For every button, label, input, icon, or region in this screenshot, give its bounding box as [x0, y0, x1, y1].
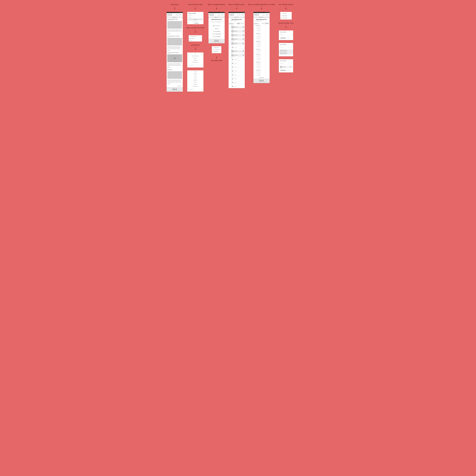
twitter-icon[interactable]: 𝕏 — [262, 80, 264, 81]
ingredient-row[interactable]: Ingredient — [256, 73, 269, 75]
checkbox[interactable] — [257, 75, 258, 76]
recipe-card[interactable]: Recipe Name# servings25min — [231, 50, 244, 52]
menu-item[interactable]: Your Menu: Snowy Days — [209, 35, 224, 38]
logo[interactable]: LOGO — [167, 14, 172, 16]
ingredient-row[interactable]: Ingredient — [256, 58, 269, 59]
checkbox[interactable] — [257, 29, 258, 30]
menu-bar[interactable]: MENU — [254, 17, 270, 18]
replace-recipe[interactable]: ✎Replace Recipe — [281, 15, 291, 17]
calendar-tab[interactable]: Calendar — [237, 23, 240, 24]
image-placeholder[interactable] — [167, 21, 182, 29]
menu-name-edit[interactable]: Busy Week ✎ — [254, 23, 259, 24]
read-more-link[interactable]: Read More... — [167, 67, 182, 68]
logo[interactable]: LOGO — [229, 14, 234, 16]
ingredient-row[interactable]: Ingredient — [256, 55, 269, 56]
twitter-icon[interactable]: 𝕏 — [176, 89, 177, 90]
nav-item[interactable]: Plant-Focused Lifestyle — [188, 55, 203, 57]
facebook-icon[interactable]: f — [259, 80, 261, 81]
menu-bar[interactable]: MENU — [208, 17, 225, 18]
checkbox[interactable] — [257, 55, 258, 56]
ingredient-row[interactable]: Ingredient — [256, 28, 269, 29]
menu-bar[interactable]: MENU — [167, 17, 183, 18]
meal-plans-icon[interactable]: MEAL PLANS — [217, 14, 220, 16]
checkbox[interactable] — [257, 65, 258, 65]
ingredient-row[interactable]: Ingredient — [256, 66, 269, 67]
add-to-menu-button[interactable]: Add to Menu — [280, 37, 286, 39]
sign-out-link[interactable]: Sign out — [189, 39, 202, 41]
nav-sub-item[interactable]: Breakfasts — [188, 73, 203, 75]
forgot-password-link[interactable]: Forgot your password? — [188, 21, 203, 21]
video-placeholder[interactable] — [167, 54, 182, 62]
remove-icon[interactable]: 🗑 — [291, 66, 292, 68]
selected-recipe[interactable]: Recipe Name# servings 25min 🗑 — [280, 66, 292, 68]
article-title[interactable]: Cooking 101: Basic Knife Skills — [167, 52, 182, 53]
ingredient-row[interactable]: Ingredient — [256, 38, 269, 39]
recipe-card[interactable]: Recipe Name# servings25min — [231, 34, 244, 36]
sign-in-button[interactable]: SIGN IN — [221, 14, 224, 15]
ingredient-row[interactable]: Ingredient — [256, 34, 269, 35]
search-result[interactable]: Recipe Search Result 2 — [279, 51, 293, 53]
add-recipe-button[interactable]: +Add Recipe — [231, 70, 244, 72]
logo[interactable]: LOGO — [209, 14, 214, 16]
image-placeholder[interactable] — [167, 38, 182, 45]
instagram-icon[interactable]: ◎ — [261, 80, 262, 81]
ingredient-row[interactable]: Ingredient — [256, 42, 269, 43]
checkbox[interactable] — [257, 45, 258, 46]
facebook-icon[interactable]: f — [215, 40, 216, 42]
ingredient-row[interactable]: Ingredient — [256, 50, 269, 51]
checkbox[interactable] — [257, 50, 258, 51]
menu-bar[interactable]: MENU — [229, 17, 245, 18]
groceries-tab[interactable]: Groceries — [265, 23, 269, 24]
ingredient-row[interactable]: Ingredient — [256, 56, 269, 57]
search-input[interactable]: Search Here⌕ — [280, 46, 292, 48]
menu-item[interactable]: Your Menu: Summer Weather — [209, 33, 224, 35]
menu-name-edit[interactable]: Busy Week ✎ — [229, 23, 234, 24]
return-link[interactable]: ←Return to Your Menus — [229, 20, 244, 21]
search-result[interactable]: Recipe Search Result 2 — [279, 53, 293, 54]
checkbox[interactable] — [257, 51, 258, 52]
checkbox[interactable] — [257, 46, 258, 47]
sign-in-button[interactable]: SIGN IN — [179, 14, 182, 15]
menu-item[interactable]: Default Menu — [209, 27, 224, 30]
checkbox[interactable] — [257, 44, 258, 44]
checkbox[interactable] — [257, 71, 258, 72]
checkbox[interactable] — [257, 66, 258, 67]
ingredient-row[interactable]: Ingredient — [256, 35, 269, 36]
add-recipe-button[interactable]: +Add Recipe — [231, 66, 244, 68]
meal-plans-icon[interactable]: MEAL PLANS — [175, 14, 178, 16]
checkbox[interactable] — [257, 59, 258, 60]
nav-sub-item[interactable]: Family Fitness Fun — [188, 85, 203, 87]
add-recipe-button[interactable]: +Add Recipe — [231, 62, 244, 65]
nav-sub-item[interactable]: Sweet Treats — [188, 79, 203, 81]
checkbox[interactable] — [257, 34, 258, 35]
password-input[interactable] — [188, 17, 203, 18]
ingredient-row[interactable]: Ingredient — [256, 71, 269, 72]
search-input[interactable]: Search Recipes...⌕ — [188, 88, 203, 91]
ingredient-row[interactable]: Ingredient — [256, 64, 269, 65]
recipe-card[interactable]: Recipe Name# servings25min — [231, 38, 244, 40]
goto-recipe[interactable]: →Go to Recipe — [281, 13, 291, 14]
calendar-tab[interactable]: Calendar — [261, 23, 265, 24]
logo[interactable]: LOGO — [254, 14, 259, 16]
read-more-link[interactable]: Read More... — [167, 84, 182, 84]
nav-sub-item[interactable]: Cooking Tips — [188, 83, 203, 85]
checkbox[interactable] — [257, 74, 258, 74]
username-input[interactable] — [188, 14, 203, 16]
ingredient-row[interactable]: Ingredient — [256, 45, 269, 46]
twitter-icon[interactable]: 𝕏 — [218, 40, 219, 42]
ingredient-row[interactable]: Ingredient — [256, 63, 269, 64]
favorites-link[interactable]: ♡Your Favorite Recipes — [189, 35, 202, 37]
sign-in-submit[interactable]: Sign in — [188, 18, 203, 20]
cancel-button[interactable]: CANCEL — [287, 38, 290, 38]
nav-sub-item[interactable]: Dinners — [188, 77, 203, 79]
checkbox[interactable] — [257, 67, 258, 68]
sign-in-button[interactable]: SIGN IN — [241, 14, 244, 15]
uncheck-all-link[interactable]: Uncheck All Boxes — [254, 76, 270, 79]
checkbox[interactable] — [257, 72, 258, 73]
nav-sub-item[interactable]: Holidays — [188, 81, 203, 83]
create-account-link[interactable]: New here? Create an account. — [188, 23, 203, 23]
view-toggle[interactable]: CalendarGroceries — [237, 23, 244, 24]
add-recipe-button[interactable]: +Add Recipe — [231, 58, 244, 61]
menu-item[interactable]: Your Menu: Busy Week — [209, 30, 224, 33]
cancel-button[interactable]: CANCEL — [287, 70, 290, 71]
